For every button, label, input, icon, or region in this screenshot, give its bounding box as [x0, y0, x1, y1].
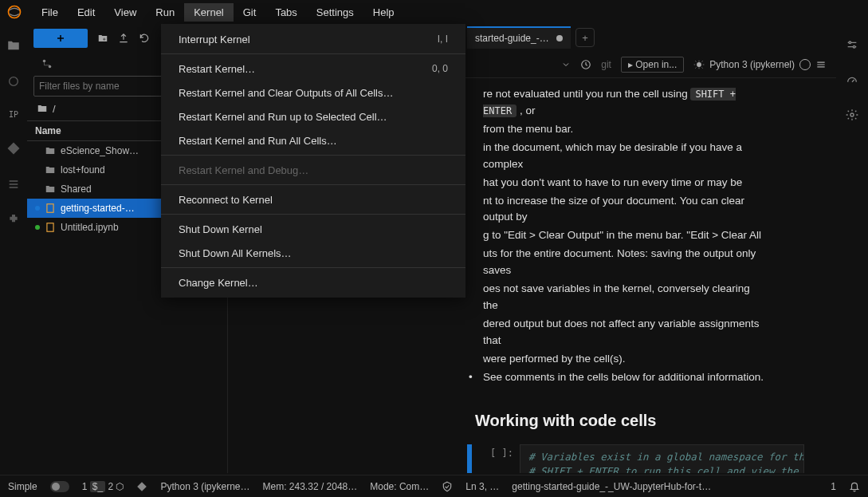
sliders-icon[interactable] — [846, 38, 858, 51]
git-branch-icon[interactable] — [41, 58, 53, 69]
kernel-menu-item[interactable]: Shut Down Kernel — [161, 217, 465, 241]
kernel-menu-item[interactable]: Restart Kernel and Clear Outputs of All … — [161, 81, 465, 105]
line-col[interactable]: Ln 3, … — [465, 481, 499, 492]
kernel-status[interactable]: Python 3 (ipykerne… — [160, 481, 249, 492]
kernel-menu-item[interactable]: Shut Down All Kernels… — [161, 241, 465, 265]
svg-point-0 — [9, 6, 21, 18]
git-label[interactable]: git — [601, 59, 611, 70]
menu-file[interactable]: File — [32, 3, 68, 22]
gauge-icon[interactable] — [846, 73, 858, 86]
kernel-menu-item[interactable]: Interrupt KernelI, I — [161, 27, 465, 51]
simple-toggle[interactable] — [50, 481, 69, 492]
mode-status: Mode: Com… — [370, 481, 429, 492]
new-launcher-button[interactable] — [33, 29, 88, 48]
activity-bar-left: IP — [0, 24, 27, 473]
menu-kernel[interactable]: Kernel — [184, 3, 234, 22]
gear-icon[interactable] — [846, 108, 858, 121]
menu-icon[interactable] — [815, 59, 827, 70]
chevron-down-icon[interactable] — [561, 60, 571, 69]
svg-point-2 — [43, 60, 46, 63]
git-icon[interactable] — [6, 141, 21, 156]
notification-count[interactable]: 1 — [831, 481, 836, 492]
git-status-icon[interactable] — [136, 481, 147, 492]
status-bar: Simple 1 $_ 2 ⬡ Python 3 (ipykerne… Mem:… — [0, 475, 868, 497]
jupyter-logo-icon — [6, 4, 22, 20]
simple-toggle-label: Simple — [8, 481, 37, 492]
bug-icon — [693, 59, 705, 70]
kernel-menu-item[interactable]: Restart Kernel…0, 0 — [161, 57, 465, 81]
extensions-icon[interactable] — [7, 213, 20, 226]
menu-settings[interactable]: Settings — [307, 3, 363, 22]
menu-git[interactable]: Git — [234, 3, 266, 22]
memory-status: Mem: 243.32 / 2048… — [263, 481, 358, 492]
kernel-menu-item[interactable]: Restart Kernel and Run up to Selected Ce… — [161, 105, 465, 128]
menu-edit[interactable]: Edit — [68, 3, 104, 22]
tabs-count[interactable]: 1 $_ 2 ⬡ — [82, 481, 124, 492]
svg-point-10 — [850, 113, 854, 116]
list-icon[interactable] — [7, 178, 20, 191]
svg-point-9 — [853, 45, 855, 48]
section-heading: Working with code cells — [475, 408, 764, 433]
notebook-tab[interactable]: started-guide_-_U — [467, 26, 571, 49]
menu-tabs[interactable]: Tabs — [265, 3, 306, 22]
folder-icon — [37, 103, 48, 114]
open-in-button[interactable]: ▸ Open in... — [621, 57, 684, 73]
menu-run[interactable]: Run — [146, 3, 184, 22]
new-tab-button[interactable]: + — [575, 28, 595, 47]
clock-icon[interactable] — [580, 59, 591, 70]
circle-icon[interactable] — [7, 75, 20, 88]
upload-icon[interactable] — [118, 33, 129, 44]
kernel-menu-item[interactable]: Change Kernel… — [161, 270, 465, 294]
kernel-menu-item[interactable]: Restart Kernel and Run All Cells… — [161, 128, 465, 152]
dirty-indicator-icon — [556, 35, 563, 41]
refresh-icon[interactable] — [139, 33, 150, 44]
main-menu: FileEditViewRunKernelGitTabsSettingsHelp — [32, 3, 404, 22]
menu-view[interactable]: View — [104, 3, 146, 22]
kernel-menu-item: Restart Kernel and Debug… — [161, 158, 465, 182]
kernel-indicator[interactable]: Python 3 (ipykernel) — [693, 59, 827, 70]
svg-point-7 — [697, 62, 701, 67]
shield-icon[interactable] — [442, 481, 453, 492]
new-folder-icon[interactable] — [97, 33, 108, 44]
svg-point-3 — [49, 65, 52, 69]
svg-point-8 — [849, 41, 851, 44]
code-cell[interactable]: [ ]:# Variables exist in a global namesp… — [467, 444, 804, 473]
svg-rect-4 — [47, 204, 53, 213]
kernel-menu-item[interactable]: Reconnect to Kernel — [161, 187, 465, 211]
svg-rect-5 — [47, 223, 53, 232]
kernel-status-icon — [799, 59, 811, 70]
svg-point-1 — [10, 77, 18, 86]
activity-bar-right — [836, 24, 868, 473]
ip-icon[interactable]: IP — [9, 110, 18, 119]
menu-help[interactable]: Help — [363, 3, 404, 22]
code-cells: [ ]:# Variables exist in a global namesp… — [228, 444, 804, 473]
bell-icon[interactable] — [849, 481, 860, 492]
file-path: getting-started-guide_-_UW-JupyterHub-fo… — [512, 481, 711, 492]
folder-icon[interactable] — [6, 38, 21, 53]
kernel-menu-dropdown: Interrupt KernelI, IRestart Kernel…0, 0R… — [161, 24, 465, 298]
